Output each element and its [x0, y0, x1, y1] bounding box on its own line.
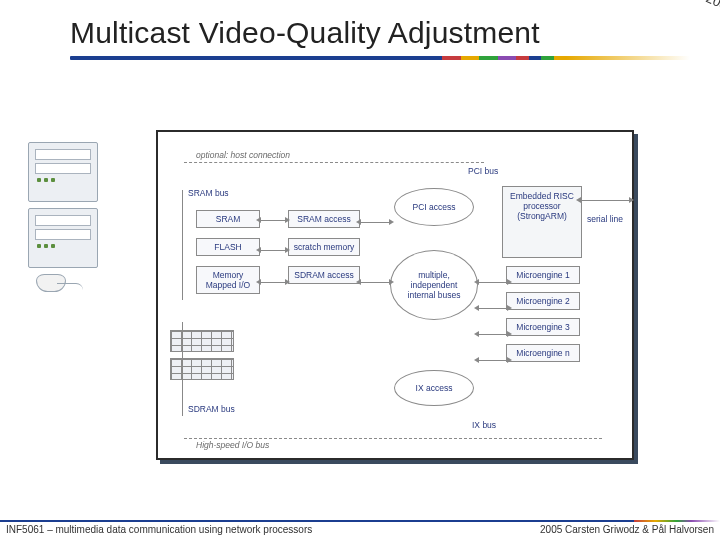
sdram-chip-icon	[170, 358, 234, 380]
citation-note: Yamada et. al. 2002	[624, 0, 720, 16]
connector-arrow	[478, 360, 508, 361]
sdram-group	[166, 330, 262, 380]
sram-bus-line	[182, 190, 183, 300]
serial-line-label: serial line	[586, 214, 624, 224]
host-bus-line	[184, 162, 484, 163]
connector-arrow	[360, 222, 390, 223]
footer-right: 2005 Carsten Griwodz & Pål Halvorsen	[540, 524, 714, 540]
connector-arrow	[478, 308, 508, 309]
embedded-risc-block: Embedded RISC processor (StrongARM)	[502, 186, 582, 258]
sdram-access-block: SDRAM access	[288, 266, 360, 284]
microengine-block: Microengine 1	[506, 266, 580, 284]
microengine-column: Microengine 1 Microengine 2 Microengine …	[506, 266, 580, 362]
internal-buses-node: multiple, independent internal buses	[390, 250, 478, 320]
connector-arrow	[260, 220, 286, 221]
server-cluster	[28, 142, 98, 292]
pci-access-node: PCI access	[394, 188, 474, 226]
mmio-block: Memory Mapped I/O	[196, 266, 260, 294]
sram-access-block: SRAM access	[288, 210, 360, 228]
hs-io-bus-line	[184, 438, 602, 439]
pci-bus-label: PCI bus	[468, 166, 498, 176]
architecture-diagram: optional: host connection PCI bus PCI ac…	[156, 130, 634, 460]
title-rule	[70, 56, 690, 60]
sram-block: SRAM	[196, 210, 260, 228]
sdram-bus-line	[182, 322, 183, 416]
sdram-bus-label: SDRAM bus	[188, 404, 235, 414]
microengine-block: Microengine 2	[506, 292, 580, 310]
connector-arrow	[478, 334, 508, 335]
microengine-block: Microengine 3	[506, 318, 580, 336]
connector-arrow	[260, 282, 286, 283]
content-area: optional: host connection PCI bus PCI ac…	[28, 130, 648, 470]
mouse-icon	[36, 274, 66, 292]
flash-block: FLASH	[196, 238, 260, 256]
connector-arrow	[478, 282, 508, 283]
scratch-memory-block: scratch memory	[288, 238, 360, 256]
connector-arrow	[360, 282, 390, 283]
host-connection-label: optional: host connection	[196, 150, 290, 160]
connector-arrow	[260, 250, 286, 251]
left-memory-column: SRAM FLASH Memory Mapped I/O	[196, 210, 260, 294]
footer: INF5061 – multimedia data communication …	[0, 520, 720, 540]
sram-bus-label: SRAM bus	[188, 188, 229, 198]
hs-io-label: High-speed I/O bus	[196, 440, 269, 450]
page-title: Multicast Video-Quality Adjustment	[70, 16, 690, 50]
footer-left: INF5061 – multimedia data communication …	[6, 524, 312, 540]
server-icon	[28, 142, 98, 202]
microengine-block: Microengine n	[506, 344, 580, 362]
sdram-chip-icon	[170, 330, 234, 352]
server-icon	[28, 208, 98, 268]
ix-bus-label: IX bus	[472, 420, 496, 430]
mid-access-column: SRAM access scratch memory SDRAM access	[288, 210, 360, 284]
serial-line-connector	[580, 200, 630, 201]
ix-access-node: IX access	[394, 370, 474, 406]
